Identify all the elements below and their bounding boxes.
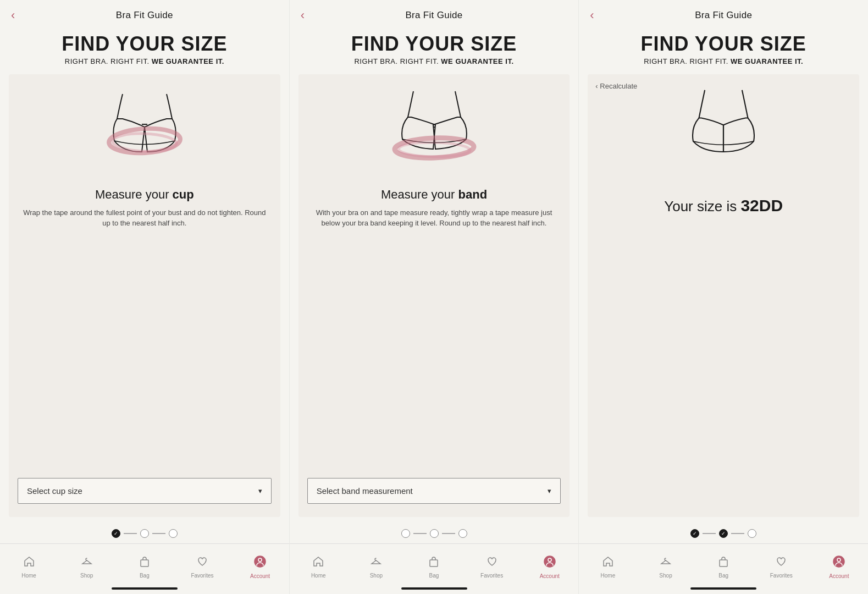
- dot-line: [413, 533, 427, 534]
- progress-dot-empty: [458, 529, 467, 538]
- dropdown-select[interactable]: Select cup size ▾: [18, 478, 272, 504]
- nav-icon-account: [543, 555, 556, 571]
- screen-2: ‹ Bra Fit Guide FIND YOUR SIZE RIGHT BRA…: [290, 0, 579, 594]
- nav-label: Bag: [718, 573, 728, 579]
- nav-item-favorites[interactable]: Favorites: [189, 556, 216, 579]
- svg-rect-2: [141, 560, 148, 566]
- nav-icon-account: [253, 555, 267, 571]
- screen-header: ‹ Bra Fit Guide: [0, 0, 289, 26]
- nav-icon-shop: [370, 556, 382, 571]
- nav-item-account[interactable]: Account: [536, 555, 563, 579]
- nav-label: Favorites: [480, 573, 503, 579]
- nav-label: Account: [250, 573, 270, 579]
- nav-item-account[interactable]: Account: [246, 555, 274, 579]
- dot-line: [152, 533, 165, 534]
- progress-dot-checked: ✓: [719, 529, 728, 538]
- nav-item-shop[interactable]: Shop: [73, 556, 101, 579]
- home-indicator: [401, 587, 467, 590]
- nav-icon-bag: [139, 556, 151, 571]
- headline-area: FIND YOUR SIZE RIGHT BRA. RIGHT FIT. WE …: [0, 26, 289, 70]
- page-subtitle: RIGHT BRA. RIGHT FIT. WE GUARANTEE IT.: [590, 57, 857, 65]
- page-subtitle: RIGHT BRA. RIGHT FIT. WE GUARANTEE IT.: [11, 57, 278, 65]
- nav-label: Shop: [370, 573, 383, 579]
- nav-label: Shop: [659, 573, 672, 579]
- nav-icon-shop: [660, 556, 672, 571]
- dropdown-arrow-icon: ▾: [258, 487, 262, 495]
- nav-item-bag[interactable]: Bag: [420, 556, 447, 579]
- screen-title: Bra Fit Guide: [695, 10, 752, 21]
- result-card: Recalculate Your size is 32DD: [588, 74, 859, 517]
- nav-item-bag[interactable]: Bag: [131, 556, 158, 579]
- bottom-nav: Home Shop Bag Favorites Account: [579, 543, 868, 587]
- progress-dots: ✓✓: [579, 521, 868, 543]
- nav-item-shop[interactable]: Shop: [362, 556, 390, 579]
- nav-label: Account: [540, 573, 560, 579]
- nav-label: Favorites: [191, 573, 213, 579]
- svg-rect-10: [720, 560, 727, 566]
- size-bold-text: 32DD: [740, 196, 783, 215]
- recalculate-button[interactable]: Recalculate: [595, 82, 637, 90]
- back-button[interactable]: ‹: [301, 9, 305, 21]
- nav-item-home[interactable]: Home: [15, 556, 43, 579]
- nav-label: Favorites: [770, 573, 793, 579]
- progress-dot-checked: ✓: [112, 529, 120, 538]
- screen-3: ‹ Bra Fit Guide FIND YOUR SIZE RIGHT BRA…: [579, 0, 868, 594]
- progress-dot-checked: ✓: [690, 529, 699, 538]
- nav-label: Shop: [80, 573, 93, 579]
- back-button[interactable]: ‹: [11, 9, 15, 21]
- bra-illustration: [374, 83, 495, 182]
- screen-header: ‹ Bra Fit Guide: [579, 0, 868, 26]
- subtitle-bold: WE GUARANTEE IT.: [731, 57, 803, 65]
- nav-icon-account: [832, 555, 845, 571]
- headline-area: FIND YOUR SIZE RIGHT BRA. RIGHT FIT. WE …: [290, 26, 579, 70]
- size-result: Your size is 32DD: [664, 196, 783, 215]
- dropdown-placeholder: Select band measurement: [317, 486, 413, 496]
- dropdown-placeholder: Select cup size: [27, 486, 82, 496]
- subtitle-bold: WE GUARANTEE IT.: [441, 57, 513, 65]
- screen-title: Bra Fit Guide: [116, 10, 173, 21]
- home-indicator: [112, 587, 178, 590]
- bra-illustration: [663, 83, 784, 182]
- dropdown-select[interactable]: Select band measurement ▾: [307, 478, 561, 504]
- nav-icon-home: [602, 556, 614, 571]
- dropdown-arrow-icon: ▾: [548, 487, 551, 495]
- nav-item-favorites[interactable]: Favorites: [767, 556, 795, 579]
- nav-item-bag[interactable]: Bag: [710, 556, 737, 579]
- bottom-nav: Home Shop Bag Favorites Account: [0, 543, 289, 587]
- nav-item-account[interactable]: Account: [825, 555, 853, 579]
- dot-line: [124, 533, 137, 534]
- nav-label: Bag: [429, 573, 439, 579]
- measure-label-bold: cup: [173, 188, 194, 201]
- screen-title: Bra Fit Guide: [405, 10, 462, 21]
- nav-item-favorites[interactable]: Favorites: [478, 556, 506, 579]
- bra-illustration: [84, 83, 205, 182]
- back-button[interactable]: ‹: [590, 9, 594, 21]
- dropdown-wrapper: Select band measurement ▾: [307, 478, 561, 504]
- measure-label-bold: band: [458, 188, 488, 201]
- nav-icon-favorites: [196, 556, 208, 571]
- nav-label: Bag: [140, 573, 150, 579]
- home-indicator: [690, 587, 756, 590]
- progress-dot-empty: [401, 529, 410, 538]
- nav-item-home[interactable]: Home: [305, 556, 332, 579]
- bottom-nav: Home Shop Bag Favorites Account: [290, 543, 579, 587]
- cup-card: Measure your cup Wrap the tape around th…: [9, 74, 280, 517]
- progress-dot-empty: [140, 529, 149, 538]
- dot-line: [442, 533, 455, 534]
- page-subtitle: RIGHT BRA. RIGHT FIT. WE GUARANTEE IT.: [301, 57, 568, 65]
- progress-dot-empty: [169, 529, 178, 538]
- measure-label: Measure your band: [381, 188, 487, 202]
- screen-1: ‹ Bra Fit Guide FIND YOUR SIZE RIGHT BRA…: [0, 0, 289, 594]
- nav-label: Home: [21, 573, 36, 579]
- nav-item-home[interactable]: Home: [594, 556, 622, 579]
- nav-label: Home: [311, 573, 326, 579]
- progress-dots: [290, 521, 579, 543]
- subtitle-bold: WE GUARANTEE IT.: [152, 57, 224, 65]
- nav-item-shop[interactable]: Shop: [652, 556, 679, 579]
- band-card: Measure your band With your bra on and t…: [298, 74, 570, 517]
- screens-container: ‹ Bra Fit Guide FIND YOUR SIZE RIGHT BRA…: [0, 0, 868, 594]
- size-plain-text: Your size is: [664, 198, 740, 215]
- page-title: FIND YOUR SIZE: [301, 33, 568, 55]
- page-title: FIND YOUR SIZE: [11, 33, 278, 55]
- nav-label: Account: [829, 573, 849, 579]
